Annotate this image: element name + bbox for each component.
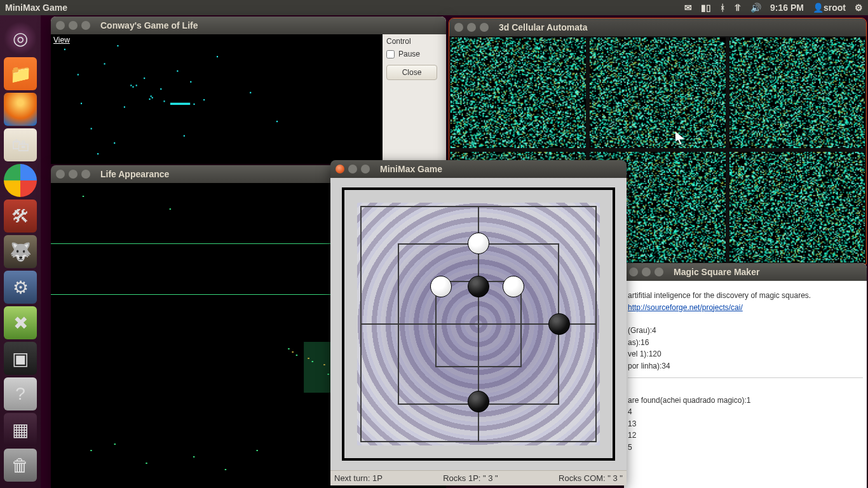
close-button[interactable]: Close xyxy=(386,65,437,80)
stone-white[interactable] xyxy=(468,233,489,254)
ca-tile[interactable] xyxy=(590,37,725,148)
titlebar-conway[interactable]: Conway's Game of Life xyxy=(51,17,446,34)
minimize-icon[interactable] xyxy=(348,165,357,173)
stone-white[interactable] xyxy=(503,276,524,297)
magic-line: (Grau):4 xyxy=(628,325,863,337)
user-menu[interactable]: 👤 sroot xyxy=(813,3,846,13)
svg-rect-6 xyxy=(170,103,190,105)
blank-line xyxy=(628,383,863,395)
launcher-trash[interactable]: 🗑 xyxy=(4,449,37,482)
maximize-icon[interactable] xyxy=(654,268,663,276)
ca-tile[interactable] xyxy=(729,37,865,148)
panel-heading: Control xyxy=(386,37,442,46)
volume-icon[interactable]: 🔊 xyxy=(750,3,761,13)
blank-line xyxy=(628,313,863,325)
launcher-misc[interactable]: ▣ xyxy=(4,342,37,375)
svg-rect-3 xyxy=(151,95,152,97)
minimize-icon[interactable] xyxy=(69,170,78,179)
launcher: ◎ 📁 🛍 🛠 🐺 ⚙ ✖ ▣ ? ▦ 🗑 xyxy=(0,15,41,488)
close-icon[interactable] xyxy=(336,165,344,173)
window-body: Next turn: 1P Rocks 1P: " 3 " Rocks COM:… xyxy=(330,178,627,485)
launcher-tools[interactable]: ✖ xyxy=(4,306,37,339)
svg-rect-12 xyxy=(217,56,218,57)
maximize-icon[interactable] xyxy=(81,170,90,179)
window-conway: Conway's Game of Life View Control xyxy=(51,17,446,164)
pause-checkbox-row[interactable]: Pause xyxy=(386,50,442,58)
stone-black[interactable] xyxy=(548,313,570,335)
magic-output[interactable]: artifitial inteligence for the discovery… xyxy=(624,281,867,488)
svg-rect-33 xyxy=(327,374,329,375)
window-title: 3d Cellular Automata xyxy=(499,22,588,32)
control-panel: Control Pause Close xyxy=(383,34,446,164)
ca-tile[interactable] xyxy=(451,37,586,148)
magic-line: 12 xyxy=(628,430,863,442)
maximize-icon[interactable] xyxy=(81,21,90,30)
titlebar-minimax[interactable]: MiniMax Game xyxy=(330,160,627,178)
maximize-icon[interactable] xyxy=(361,165,370,173)
svg-rect-31 xyxy=(296,355,297,356)
battery-icon[interactable]: ▮▯ xyxy=(701,3,711,13)
svg-rect-25 xyxy=(81,103,82,104)
launcher-settings[interactable]: 🛠 xyxy=(4,200,37,233)
svg-rect-39 xyxy=(193,456,194,458)
pause-checkbox[interactable] xyxy=(386,50,395,58)
launcher-files[interactable]: 📁 xyxy=(4,57,37,90)
magic-line-link: http://sourceforge.net/projects/cai/ xyxy=(628,302,863,314)
minimize-icon[interactable] xyxy=(69,21,78,30)
status-turn: Next turn: 1P xyxy=(334,473,383,483)
separator xyxy=(628,377,863,378)
svg-rect-22 xyxy=(190,81,191,83)
window-title: Conway's Game of Life xyxy=(100,20,198,30)
launcher-workspace-switcher[interactable]: ▦ xyxy=(4,413,37,446)
maximize-icon[interactable] xyxy=(480,23,489,32)
svg-rect-0 xyxy=(130,85,132,86)
svg-rect-16 xyxy=(114,142,115,144)
minimize-icon[interactable] xyxy=(642,268,651,276)
game-board[interactable] xyxy=(342,187,615,461)
conway-viewport[interactable]: View xyxy=(51,34,383,164)
titlebar-magic[interactable]: Magic Square Maker xyxy=(624,263,867,281)
close-icon[interactable] xyxy=(56,170,65,179)
status-rocks-com: Rocks COM: " 3 " xyxy=(559,473,623,483)
ca-tile[interactable] xyxy=(729,152,865,262)
magic-line: por linha):34 xyxy=(628,360,863,372)
svg-rect-18 xyxy=(124,106,125,107)
launcher-chrome[interactable] xyxy=(4,164,37,197)
stone-black[interactable] xyxy=(468,391,489,412)
gear-icon[interactable]: ⚙ xyxy=(855,3,863,13)
indicator-area: ✉ ▮▯ ᚼ ⥣ 🔊 9:16 PM 👤 sroot ⚙ xyxy=(684,3,863,13)
svg-rect-11 xyxy=(78,74,79,75)
window-title: MiniMax Game xyxy=(380,164,442,174)
stone-black[interactable] xyxy=(468,276,489,297)
launcher-dash[interactable]: ◎ xyxy=(4,22,37,55)
launcher-gear-app[interactable]: ⚙ xyxy=(4,271,37,304)
launcher-firefox[interactable] xyxy=(4,93,37,126)
bluetooth-icon[interactable]: ᚼ xyxy=(720,3,725,13)
svg-rect-8 xyxy=(193,104,194,105)
magic-line: 13 xyxy=(628,418,863,430)
window-magic-square: Magic Square Maker artifitial inteligenc… xyxy=(624,263,867,488)
active-app-name: MiniMax Game xyxy=(5,3,684,13)
stone-white[interactable] xyxy=(430,276,452,297)
view-menu[interactable]: View xyxy=(53,36,70,44)
titlebar-3d[interactable]: 3d Cellular Automata xyxy=(449,18,866,36)
svg-rect-37 xyxy=(114,444,116,445)
svg-rect-1 xyxy=(132,86,133,88)
clock[interactable]: 9:16 PM xyxy=(770,3,804,13)
close-icon[interactable] xyxy=(629,268,638,276)
mail-icon[interactable]: ✉ xyxy=(684,3,692,13)
status-rocks-1p: Rocks 1P: " 3 " xyxy=(443,473,498,483)
window-body: View Control Pause xyxy=(51,34,446,164)
svg-rect-41 xyxy=(256,450,257,451)
magic-line: 5 xyxy=(628,442,863,454)
launcher-software-center[interactable]: 🛍 xyxy=(4,128,37,161)
svg-rect-15 xyxy=(91,128,92,129)
network-icon[interactable]: ⥣ xyxy=(734,3,742,13)
close-icon[interactable] xyxy=(56,21,65,30)
close-icon[interactable] xyxy=(454,23,463,32)
launcher-help[interactable]: ? xyxy=(4,377,37,410)
board-container xyxy=(330,178,627,470)
launcher-gimp[interactable]: 🐺 xyxy=(4,235,37,268)
svg-rect-24 xyxy=(117,45,118,46)
minimize-icon[interactable] xyxy=(467,23,476,32)
